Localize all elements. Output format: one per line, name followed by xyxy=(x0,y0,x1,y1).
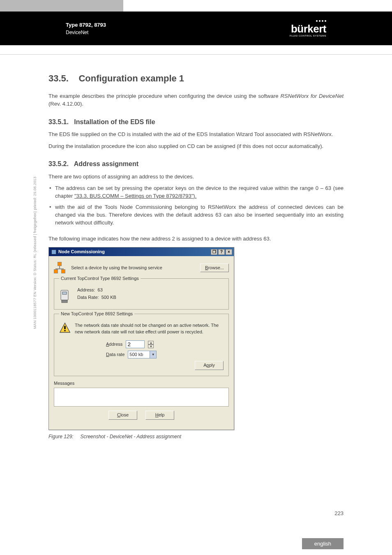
warning-text: The network data rate should not be chan… xyxy=(75,322,224,335)
restore-button[interactable]: ❐ xyxy=(211,249,217,255)
caption-prefix: Figure 129: xyxy=(48,434,74,439)
page-header: Type 8792, 8793 DeviceNet bürkert FLUID … xyxy=(0,12,392,45)
datarate-input-row: Data rate 500 kb ▼ xyxy=(106,351,224,358)
dialog-title-text: Node Commissioning xyxy=(58,249,105,255)
doc-type: Type 8792, 8793 xyxy=(66,22,106,28)
current-address: Address: 63 xyxy=(77,287,116,294)
svg-rect-2 xyxy=(62,300,67,303)
subsection-1-heading: 33.5.1. Installation of the EDS file xyxy=(48,117,344,127)
section-title: Configuration example 1 xyxy=(78,73,184,83)
chevron-down-icon[interactable]: ▼ xyxy=(150,351,156,358)
close-icon[interactable]: × xyxy=(226,249,232,255)
addr-value: 63 xyxy=(98,287,103,292)
brand-logo: bürkert FLUID CONTROL SYSTEMS xyxy=(290,20,326,37)
node-commissioning-dialog: Node Commissioning ❐ ? × Select a device… xyxy=(48,247,234,430)
address-spinner[interactable]: ▲ ▼ xyxy=(148,341,154,348)
datarate-dropdown[interactable]: 500 kb ▼ xyxy=(128,351,157,358)
section-number: 33.5. xyxy=(48,73,69,83)
sub2-p2: The following image indicates how the ne… xyxy=(48,235,344,243)
browse-text: Select a device by using the browsing se… xyxy=(71,265,194,271)
spin-up-icon[interactable]: ▲ xyxy=(148,341,154,345)
svg-rect-1 xyxy=(62,292,67,294)
language-tab: english xyxy=(302,538,344,549)
doc-subtitle: DeviceNet xyxy=(66,30,106,35)
sub1-number: 33.5.1. xyxy=(48,118,69,125)
rate-label: Data Rate: xyxy=(77,295,99,300)
page-number: 223 xyxy=(334,510,344,516)
dialog-body: Select a device by using the browsing se… xyxy=(49,256,234,430)
top-grey-tab xyxy=(0,0,123,12)
intro-c: (Rev. 4.12.00). xyxy=(48,101,83,107)
sub1-p1: The EDS file supplied on the CD is insta… xyxy=(48,131,344,139)
dialog-titlebar: Node Commissioning ❐ ? × xyxy=(49,247,234,257)
browse-button[interactable]: Browse... xyxy=(200,264,229,273)
bullet-1: The address can be set by pressing the o… xyxy=(48,185,344,200)
figure-caption: Figure 129: Screenshot - DeviceNet - Add… xyxy=(48,433,344,440)
new-legend: New TopControl Type 8692 Settings xyxy=(59,311,134,317)
current-datarate: Data Rate: 500 KB xyxy=(77,294,116,301)
svg-point-5 xyxy=(64,330,66,332)
addr-label: Address: xyxy=(77,287,95,292)
network-icon xyxy=(54,262,65,273)
bullet-2: with the aid of the Tools Node Commissio… xyxy=(48,204,344,227)
datarate-selected: 500 kb xyxy=(128,352,150,358)
caption-text: Screenshot - DeviceNet - Address assignm… xyxy=(80,434,181,439)
help-button[interactable]: Help xyxy=(145,411,174,420)
help-button-icon[interactable]: ? xyxy=(218,249,225,255)
header-left: Type 8792, 8793 DeviceNet xyxy=(66,22,106,35)
sub2-number: 33.5.2. xyxy=(48,160,69,167)
current-settings-fieldset: Current TopControl Type 8692 Settings Ad… xyxy=(54,278,229,310)
address-input-row: Address ▲ ▼ xyxy=(106,340,224,348)
sub1-p2: During the installation procedure the ic… xyxy=(48,143,344,150)
logo-text: bürkert xyxy=(290,23,326,35)
address-input[interactable] xyxy=(126,340,145,348)
messages-label: Messages xyxy=(54,380,229,387)
subsection-2-heading: 33.5.2. Address assignment xyxy=(48,159,344,169)
intro-a: The example describes the principle proc… xyxy=(48,93,280,99)
new-settings-fieldset: New TopControl Type 8692 Settings The ne… xyxy=(54,314,229,376)
section-heading: 33.5. Configuration example 1 xyxy=(48,72,344,85)
device-icon xyxy=(59,289,71,303)
warning-icon xyxy=(59,322,71,334)
page-content: 33.5. Configuration example 1 The exampl… xyxy=(0,55,392,440)
side-metadata: MAN 1000118577 EN Version: D Status: RL … xyxy=(33,176,37,329)
browse-row: Select a device by using the browsing se… xyxy=(54,262,229,273)
sub1-title: Installation of the EDS file xyxy=(74,118,155,125)
spin-down-icon[interactable]: ▼ xyxy=(148,345,154,348)
sub2-title: Address assignment xyxy=(74,160,138,167)
rate-value: 500 KB xyxy=(101,295,116,300)
sub2-p1: There are two options of assigning an ad… xyxy=(48,173,344,181)
apply-button[interactable]: Apply xyxy=(195,361,224,370)
dialog-icon xyxy=(51,250,56,254)
close-button[interactable]: Close xyxy=(108,411,137,420)
current-legend: Current TopControl Type 8692 Settings xyxy=(59,275,141,282)
intro-b: RSNetWorx for DeviceNet xyxy=(280,93,344,99)
logo-subtext: FLUID CONTROL SYSTEMS xyxy=(290,35,326,37)
bullet-1-link[interactable]: "33.3. BUS.COMM – Settings on Type 8792/… xyxy=(74,193,196,199)
top-bar xyxy=(0,0,392,12)
messages-area xyxy=(54,388,229,407)
svg-rect-4 xyxy=(64,326,66,329)
intro-paragraph: The example describes the principle proc… xyxy=(48,92,344,108)
